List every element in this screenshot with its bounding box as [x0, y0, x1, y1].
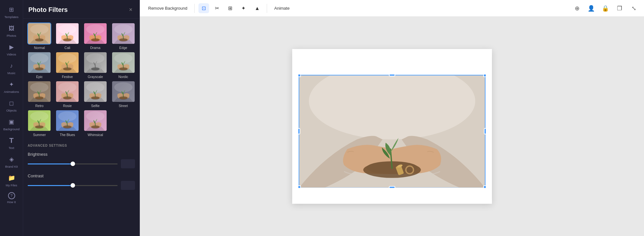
layers-button[interactable]: ⊕ [572, 3, 582, 14]
filter-thumb-selfie [83, 81, 107, 103]
filter-label-grayscale: Grayscale [88, 75, 103, 79]
svg-point-21 [58, 54, 77, 63]
svg-point-33 [30, 83, 49, 92]
tool-select-button[interactable]: ⊡ [198, 3, 209, 13]
handle-top-mid[interactable] [389, 74, 395, 76]
grid-icon: ⊞ [228, 5, 232, 11]
filter-item-nordic[interactable]: Nordic [110, 52, 136, 79]
filter-label-retro: Retro [35, 104, 44, 108]
sidebar-item-myfiles[interactable]: 📁 My Files [0, 171, 23, 190]
panel-title: Photo Filters [28, 6, 68, 14]
user-button[interactable]: 👤 [586, 3, 596, 14]
lock-button[interactable]: 🔒 [600, 3, 610, 14]
brightness-label: Brightness [28, 152, 135, 157]
svg-line-43 [95, 93, 95, 97]
handle-left-mid[interactable] [298, 128, 300, 134]
svg-point-41 [86, 83, 104, 92]
sidebar-item-photos[interactable]: 🖼 Photos [0, 21, 23, 40]
image-svg [299, 75, 485, 188]
filter-thumb-theblues [55, 110, 79, 132]
contrast-row: Contrast 0 [28, 173, 135, 190]
duplicate-button[interactable]: ❐ [614, 3, 625, 14]
svg-point-29 [114, 54, 132, 63]
contrast-slider[interactable] [28, 182, 118, 189]
sidebar-item-howit[interactable]: ? How It [0, 190, 23, 206]
filter-thumb-epic [27, 52, 51, 74]
sidebar-item-music[interactable]: ♪ Music [0, 59, 23, 77]
myfiles-icon: 📁 [7, 173, 16, 182]
sidebar-item-label: Photos [7, 34, 16, 37]
toolbar: Remove Background ⊡ ✂ ⊞ ✦ ▲ Animate ⊕ [140, 0, 644, 17]
svg-point-1 [30, 25, 49, 34]
svg-line-47 [123, 93, 123, 97]
svg-line-51 [39, 122, 39, 126]
filter-item-epic[interactable]: Epic [26, 52, 53, 79]
sidebar-item-text[interactable]: T Text [0, 133, 23, 152]
filter-item-selfie[interactable]: Selfie [82, 81, 109, 108]
sidebar-item-background[interactable]: ▣ Background [0, 115, 23, 133]
advanced-settings-title: ADVANCED SETTINGS [28, 144, 135, 147]
sidebar-item-label: My Files [6, 183, 17, 187]
expand-button[interactable]: ⤡ [629, 3, 639, 14]
filter-item-cali[interactable]: Cali [54, 23, 81, 50]
svg-line-19 [39, 64, 39, 68]
handle-bottom-left[interactable] [298, 185, 301, 189]
sidebar-item-label: Text [9, 146, 14, 150]
expand-icon: ⤡ [631, 5, 636, 12]
photos-icon: 🖼 [7, 24, 16, 33]
filter-item-drama[interactable]: Drama [82, 23, 109, 50]
handle-right-mid[interactable] [484, 128, 486, 134]
brand-icon: ◈ [7, 155, 16, 164]
brightness-row: Brightness 0 [28, 152, 135, 168]
svg-point-49 [30, 112, 49, 121]
sidebar-item-videos[interactable]: ▶ Videos [0, 40, 23, 59]
filter-label-selfie: Selfie [91, 104, 100, 108]
videos-icon: ▶ [7, 43, 16, 52]
filter-label-whimsical: Whimsical [88, 133, 103, 137]
selected-image[interactable] [299, 75, 485, 188]
user-icon: 👤 [588, 5, 595, 12]
tool-chart-button[interactable]: ▲ [251, 4, 263, 13]
handle-top-left[interactable] [298, 74, 301, 77]
svg-point-13 [114, 25, 132, 34]
sidebar: ⊞ Templates 🖼 Photos ▶ Videos ♪ Music ✦ … [0, 0, 23, 236]
filter-label-theblues: The Blues [60, 133, 75, 137]
music-icon: ♪ [7, 61, 16, 70]
tool-sparkle-button[interactable]: ✦ [238, 3, 249, 13]
filter-item-normal[interactable]: Normal [26, 23, 53, 50]
svg-point-57 [86, 112, 104, 121]
sidebar-item-objects[interactable]: ◻ Objects [0, 96, 23, 115]
filter-item-retro[interactable]: Retro [26, 81, 53, 108]
svg-line-11 [95, 35, 95, 39]
brightness-slider[interactable] [28, 161, 118, 167]
filter-item-rosie[interactable]: Rosie [54, 81, 81, 108]
tool-grid-button[interactable]: ⊞ [225, 3, 235, 13]
tool-crop-button[interactable]: ✂ [212, 3, 222, 13]
filter-item-festive[interactable]: Festive [54, 52, 81, 79]
filter-item-edge[interactable]: Edge [110, 23, 136, 50]
handle-bottom-mid[interactable] [389, 186, 395, 189]
objects-icon: ◻ [7, 99, 16, 108]
sidebar-item-templates[interactable]: ⊞ Templates [0, 3, 23, 21]
filter-item-summer[interactable]: Summer [26, 110, 53, 137]
remove-background-button[interactable]: Remove Background [145, 4, 190, 13]
filter-item-theblues[interactable]: The Blues [54, 110, 81, 137]
handle-bottom-right[interactable] [483, 185, 486, 189]
svg-line-7 [67, 35, 67, 39]
tool-select-icon: ⊡ [202, 5, 206, 11]
filter-item-grayscale[interactable]: Grayscale [82, 52, 109, 79]
svg-point-9 [86, 25, 104, 34]
close-button[interactable]: × [127, 6, 134, 14]
filter-label-drama: Drama [90, 46, 101, 50]
filter-label-epic: Epic [36, 75, 43, 79]
animate-button[interactable]: Animate [271, 4, 293, 13]
main-area: Remove Background ⊡ ✂ ⊞ ✦ ▲ Animate ⊕ [140, 0, 644, 236]
filter-item-whimsical[interactable]: Whimsical [82, 110, 109, 137]
brightness-value[interactable]: 0 [121, 159, 135, 168]
sidebar-item-animations[interactable]: ✦ Animations [0, 77, 23, 96]
sidebar-item-brand[interactable]: ◈ Brand Kit [0, 152, 23, 171]
contrast-value[interactable]: 0 [121, 181, 135, 190]
handle-top-right[interactable] [483, 74, 486, 77]
filter-thumb-festive [55, 52, 79, 74]
filter-item-street[interactable]: Street [110, 81, 136, 108]
